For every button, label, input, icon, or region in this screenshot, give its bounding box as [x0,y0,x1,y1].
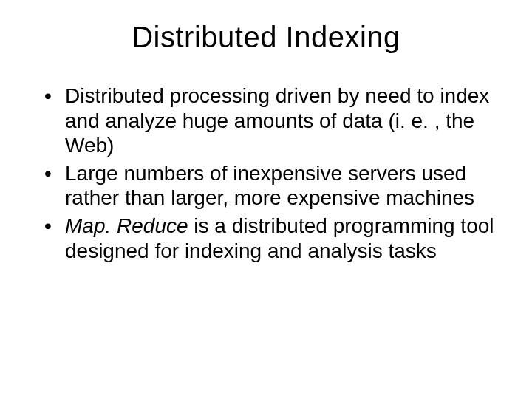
bullet-item: Map. Reduce is a distributed programming… [44,214,495,263]
bullet-italic-lead: Map. Reduce [65,214,188,237]
bullet-text: Distributed processing driven by need to… [65,84,489,157]
bullet-item: Large numbers of inexpensive servers use… [44,161,495,211]
bullet-item: Distributed processing driven by need to… [44,83,495,158]
bullet-text: Large numbers of inexpensive servers use… [65,162,474,210]
bullet-list: Distributed processing driven by need to… [30,83,502,263]
slide-body: Distributed processing driven by need to… [30,83,502,263]
slide-title: Distributed Indexing [30,21,502,54]
slide: Distributed Indexing Distributed process… [0,0,532,399]
